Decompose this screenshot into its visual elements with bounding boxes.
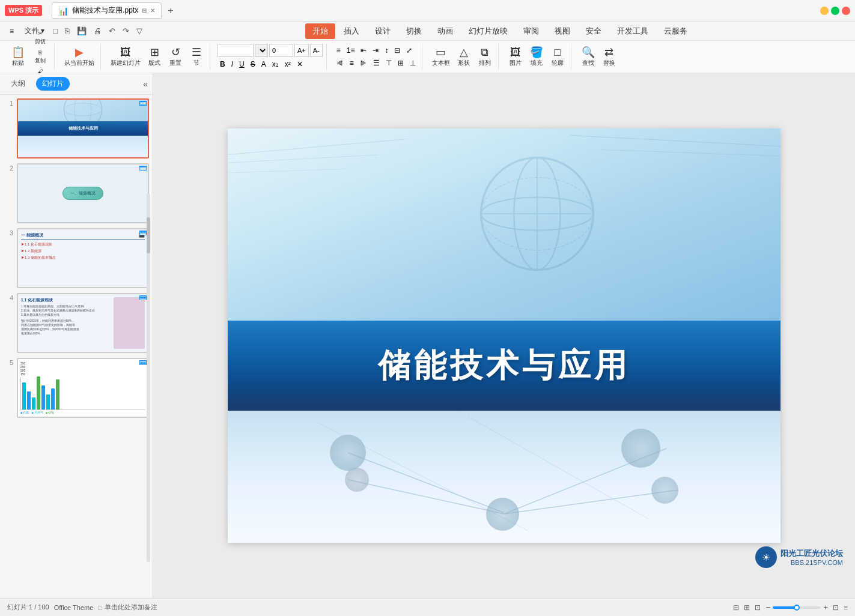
align-bottom-button[interactable]: ⊥ [407, 58, 418, 68]
direction-button[interactable]: ⤢ [404, 45, 415, 56]
strikethrough-button[interactable]: S [248, 59, 258, 70]
align-middle-button[interactable]: ⊞ [395, 58, 406, 68]
list-item[interactable]: 3 一 能源概况 ⬛ ▶1.1 化石能源现状 ▶1.2 新能源 ▶1.3 储能的… [4, 228, 149, 288]
tab-cloud[interactable]: 云服务 [657, 23, 695, 39]
copy-button[interactable]: ⎘ 复制 [29, 48, 50, 66]
paste-button[interactable]: 📋 粘贴 [8, 46, 28, 68]
indent-increase-button[interactable]: ⇥ [370, 45, 381, 56]
view-grid-button[interactable]: ⊞ [744, 603, 750, 612]
menu-hamburger[interactable]: ≡ [5, 25, 19, 38]
zoom-in-button[interactable]: + [823, 603, 828, 612]
new-slide-button[interactable]: 🖼 新建幻灯片 [108, 46, 143, 68]
numbered-list-button[interactable]: 1≡ [344, 45, 358, 56]
fill-icon: 🪣 [530, 47, 543, 58]
superscript-button[interactable]: x² [282, 59, 293, 70]
tab-animation[interactable]: 动画 [430, 23, 460, 39]
qa-print[interactable]: 🖨 [91, 25, 104, 37]
font-size-up-button[interactable]: A+ [294, 44, 309, 57]
clear-format-button[interactable]: ✕ [294, 59, 305, 70]
slide-thumbnail[interactable]: 储能技术与应用 [17, 98, 149, 159]
list-item[interactable]: 1 储能技术与应用 [4, 98, 149, 159]
list-item[interactable]: 5 300250200150 [4, 358, 149, 418]
tab-close-icon[interactable]: ✕ [150, 7, 155, 14]
shape-button[interactable]: △ 形状 [454, 46, 473, 68]
indent-decrease-button[interactable]: ⇤ [358, 45, 369, 56]
fill-button[interactable]: 🪣 填充 [527, 46, 546, 68]
play-button[interactable]: ▶ 从当前开始 [62, 46, 97, 68]
close-button[interactable] [842, 7, 850, 15]
slide-thumbnail[interactable]: 一 能源概况 ⬛ ▶1.1 化石能源现状 ▶1.2 新能源 ▶1.3 储能的基本… [17, 228, 149, 288]
font-size-input[interactable] [269, 44, 293, 57]
view-normal-button[interactable]: ⊟ [733, 603, 739, 612]
sidebar-collapse-button[interactable]: « [143, 79, 148, 89]
font-size-down-button[interactable]: A- [310, 44, 323, 57]
view-read-button[interactable]: ⊡ [755, 603, 761, 612]
slide-number: 4 [4, 293, 13, 301]
tab-transition[interactable]: 切换 [399, 23, 429, 39]
zoom-slider[interactable] [773, 606, 821, 609]
tab-view[interactable]: 视图 [547, 23, 577, 39]
find-button[interactable]: 🔍 查找 [579, 46, 598, 68]
menu-bar: ≡ 文件 ▾ □ ⎘ 💾 🖨 ↶ ↷ ▽ 开始 插入 设计 切换 动画 幻灯片放… [0, 22, 855, 41]
svg-line-11 [504, 448, 666, 514]
slide-canvas[interactable]: 储能技术与应用 [228, 128, 780, 543]
text-box-button[interactable]: ▭ 文本框 [430, 46, 452, 68]
layout-button[interactable]: ⊞ 版式 [145, 46, 164, 68]
qa-more[interactable]: ▽ [134, 25, 145, 37]
active-tab[interactable]: 📊 储能技术与应用.pptx ⊟ ✕ [52, 2, 162, 19]
slide-thumbnail[interactable]: 一、能源概况 [17, 163, 149, 223]
tab-minimize-icon[interactable]: ⊟ [142, 7, 147, 14]
align-center-button[interactable]: ≡ [347, 58, 356, 68]
align-right-button[interactable]: ⫸ [358, 58, 370, 68]
zoom-out-button[interactable]: − [765, 603, 770, 612]
font-name-input[interactable] [218, 44, 254, 57]
align-top-button[interactable]: ⊤ [383, 58, 394, 68]
font-name-dropdown[interactable] [255, 44, 268, 57]
qa-save[interactable]: 💾 [75, 25, 89, 37]
cut-button[interactable]: ✂ 剪切 [29, 29, 50, 47]
list-item[interactable]: 4 1.1 化石能源现状 1.可再生能源总能如风能、太阳能等占比不足3%2.石油… [4, 293, 149, 353]
underline-button[interactable]: U [237, 59, 247, 70]
tab-start[interactable]: 开始 [305, 23, 335, 39]
tab-insert[interactable]: 插入 [336, 23, 367, 39]
tab-slides[interactable]: 幻灯片 [36, 77, 70, 91]
outline-button[interactable]: □ 轮廓 [548, 46, 567, 68]
view-toggle-button[interactable]: ≡ [844, 603, 848, 612]
list-item[interactable]: 2 一、能源概况 [4, 163, 149, 223]
minimize-button[interactable] [820, 7, 829, 15]
tab-review[interactable]: 审阅 [516, 23, 546, 39]
replace-button[interactable]: ⇄ 替换 [600, 46, 619, 68]
reset-button[interactable]: ↺ 重置 [166, 46, 185, 68]
image-button[interactable]: 🖼 图片 [506, 46, 525, 68]
qa-redo[interactable]: ↷ [120, 25, 132, 37]
tab-slideshow[interactable]: 幻灯片放映 [461, 23, 515, 39]
subscript-button[interactable]: x₂ [270, 59, 281, 70]
fit-window-button[interactable]: ⊡ [833, 603, 839, 612]
tab-developer[interactable]: 开发工具 [610, 23, 656, 39]
font-color-button[interactable]: A [259, 59, 269, 70]
zoom-thumb[interactable] [794, 605, 800, 611]
tab-security[interactable]: 安全 [579, 23, 609, 39]
qa-new[interactable]: □ [50, 25, 60, 37]
ribbon-tabs: 开始 插入 设计 切换 动画 幻灯片放映 审阅 视图 安全 开发工具 云服务 [305, 23, 695, 39]
comment-bar[interactable]: □ 单击此处添加备注 [93, 603, 162, 612]
align-left-button[interactable]: ⫷ [334, 58, 346, 68]
tab-design[interactable]: 设计 [368, 23, 398, 39]
qa-undo[interactable]: ↶ [106, 25, 118, 37]
slide-thumbnail[interactable]: 300250200150 ■ 石煤 [17, 358, 149, 418]
section-button[interactable]: ☰ 节 [187, 46, 206, 68]
scrollbar-thumb[interactable] [147, 217, 150, 253]
align-justify-button[interactable]: ☰ [371, 58, 382, 68]
columns-button[interactable]: ⊟ [392, 45, 403, 56]
qa-open[interactable]: ⎘ [62, 25, 72, 37]
italic-button[interactable]: I [229, 59, 236, 70]
bold-button[interactable]: B [218, 59, 228, 70]
arrange-button[interactable]: ⧉ 排列 [475, 46, 494, 68]
new-tab-button[interactable]: + [164, 5, 177, 16]
scrollbar-track[interactable] [147, 193, 150, 562]
slide-thumbnail[interactable]: 1.1 化石能源现状 1.可再生能源总能如风能、太阳能等占比不足3%2.石油、煤… [17, 293, 149, 353]
maximize-button[interactable] [831, 7, 839, 15]
line-spacing-button[interactable]: ↕ [382, 45, 391, 56]
bullet-list-button[interactable]: ≡ [334, 45, 343, 56]
tab-outline[interactable]: 大纲 [5, 77, 31, 91]
